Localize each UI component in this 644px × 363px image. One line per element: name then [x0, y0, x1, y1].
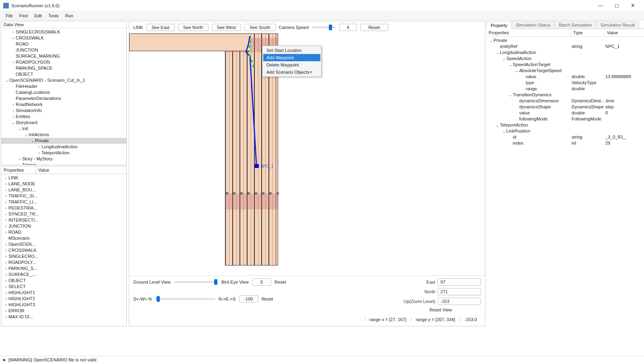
- twisty-icon[interactable]: ›: [4, 199, 8, 205]
- twisty-icon[interactable]: ›: [11, 108, 16, 114]
- scene-canvas[interactable]: NPC_1 Set Start Location Add Waypoint De…: [129, 33, 485, 276]
- twisty-icon[interactable]: ›: [4, 241, 8, 247]
- tree-item[interactable]: ›SimulatorInfo: [1, 108, 126, 114]
- tab-property[interactable]: Property: [486, 21, 512, 29]
- tree-item[interactable]: ›CROSSWALK: [1, 35, 126, 41]
- tree-item[interactable]: ›PEDESTRIA...: [1, 205, 126, 211]
- tree-item[interactable]: ›ROADPOLY...: [1, 259, 126, 266]
- property-row[interactable]: followingModeFollowingMode: [486, 116, 644, 122]
- see-east-button[interactable]: See East: [146, 24, 175, 31]
- view-reset-1[interactable]: Reset: [275, 280, 286, 284]
- twisty-icon[interactable]: ⌄: [502, 128, 506, 134]
- tree-item[interactable]: ⌄Private: [1, 138, 126, 144]
- property-row[interactable]: ⌄SpeedAction: [486, 56, 644, 62]
- properties-tree[interactable]: ›LINK›LANE_NODE›LANE_BOU...›TRAFFIC_SI..…: [1, 174, 126, 326]
- twisty-icon[interactable]: ›: [4, 302, 8, 308]
- minimize-button[interactable]: —: [592, 1, 609, 10]
- twisty-icon[interactable]: ›: [4, 247, 8, 253]
- tree-item[interactable]: ›Entities: [1, 114, 126, 120]
- tree-item[interactable]: ›ROAD: [1, 229, 126, 235]
- tab-sim-result[interactable]: Simulation Result: [596, 21, 640, 29]
- twisty-icon[interactable]: ⌄: [508, 62, 513, 68]
- twisty-icon[interactable]: ⌄: [24, 132, 29, 138]
- ctx-add-scenario-objects[interactable]: Add Scenario Objects▸: [263, 68, 320, 76]
- twisty-icon[interactable]: ›: [37, 144, 41, 150]
- tree-item[interactable]: PARKING_SPACE: [1, 65, 126, 71]
- menu-tools[interactable]: Tools: [45, 12, 62, 19]
- tree-item[interactable]: ›OpenSCEN...: [1, 241, 126, 247]
- property-row[interactable]: idstring_3_0_R1_: [486, 134, 644, 140]
- view-reset-2[interactable]: Reset: [262, 297, 273, 301]
- twisty-icon[interactable]: ⌄: [502, 56, 506, 62]
- data-view-tree[interactable]: ›SINGLECROSSWALK›CROSSWALKROADJUNCTIONSU…: [1, 28, 126, 165]
- twisty-icon[interactable]: ›: [4, 175, 8, 181]
- twisty-icon[interactable]: ›: [4, 181, 8, 187]
- property-row[interactable]: indexint29: [486, 140, 644, 146]
- reset-view-button[interactable]: Reset View: [400, 307, 481, 312]
- tree-item[interactable]: ›TRAFFIC_LI...: [1, 199, 126, 205]
- heading-value[interactable]: -180: [239, 295, 258, 303]
- tree-item[interactable]: ›ERROR: [1, 308, 126, 314]
- twisty-icon[interactable]: ›: [11, 102, 16, 108]
- camera-reset-button[interactable]: Reset: [360, 24, 388, 31]
- twisty-icon[interactable]: ›: [11, 29, 16, 35]
- twisty-icon[interactable]: ›: [4, 296, 8, 302]
- tree-item[interactable]: ›Story - MyStory: [1, 156, 126, 162]
- property-row[interactable]: dynamicsDimensionDynamicsDime...time: [486, 98, 644, 104]
- ctx-delete-waypoint[interactable]: Delete Waypoint: [263, 61, 320, 68]
- tab-batch-sim[interactable]: Batch Simulation: [554, 21, 597, 29]
- twisty-icon[interactable]: ›: [4, 290, 8, 296]
- tree-item[interactable]: OBJECT: [1, 71, 126, 77]
- east-input[interactable]: 97: [438, 278, 481, 286]
- property-row[interactable]: ⌄TeleportAction: [486, 122, 644, 128]
- twisty-icon[interactable]: ›: [4, 253, 8, 259]
- see-north-button[interactable]: See North: [178, 24, 208, 31]
- tree-item[interactable]: ⌄OpenSCENARIO - Scenario_Cut_In_1: [1, 77, 126, 83]
- tree-item[interactable]: SURFACE_MARKING: [1, 53, 126, 59]
- twisty-icon[interactable]: ›: [4, 266, 8, 272]
- twisty-icon[interactable]: ⌄: [489, 37, 493, 44]
- tree-item[interactable]: ›HIGHLIGHT2: [1, 296, 126, 302]
- twisty-icon[interactable]: ›: [4, 187, 8, 193]
- tab-sim-status[interactable]: Simulation Status: [512, 21, 555, 29]
- tree-item[interactable]: ›HIGHLIGHT3: [1, 302, 126, 308]
- twisty-icon[interactable]: ›: [11, 114, 16, 120]
- zoom-input[interactable]: -153: [438, 298, 481, 305]
- twisty-icon[interactable]: ›: [37, 150, 41, 156]
- twisty-icon[interactable]: ⌄: [495, 122, 500, 128]
- ctx-set-start[interactable]: Set Start Location: [263, 47, 320, 54]
- tree-item[interactable]: ›OBJECT: [1, 278, 126, 284]
- twisty-icon[interactable]: ⌄: [4, 77, 9, 83]
- tree-item[interactable]: Trigger: [1, 162, 126, 165]
- tree-item[interactable]: FileHeader: [1, 83, 126, 89]
- tree-item[interactable]: ›SELECT: [1, 284, 126, 290]
- maximize-button[interactable]: ◻: [609, 1, 625, 10]
- tree-item[interactable]: ›RoadNetwork: [1, 102, 126, 108]
- property-row[interactable]: ⌄LinkPosition: [486, 128, 644, 134]
- bird-eye-value[interactable]: 0: [252, 278, 271, 286]
- twisty-icon[interactable]: ⌄: [495, 50, 500, 56]
- twisty-icon[interactable]: ⌄: [11, 120, 16, 126]
- twisty-icon[interactable]: ⌄: [17, 126, 22, 132]
- tree-item[interactable]: ›LANE_BOU...: [1, 187, 126, 193]
- tree-item[interactable]: ⌄InitActions: [1, 132, 126, 138]
- heading-slider[interactable]: [155, 298, 215, 300]
- prop-value[interactable]: time: [605, 98, 644, 104]
- ctx-add-waypoint[interactable]: Add Waypoint: [263, 54, 320, 61]
- twisty-icon[interactable]: ⌄: [508, 92, 513, 98]
- north-input[interactable]: 271: [438, 288, 481, 295]
- menu-file[interactable]: File: [2, 12, 16, 19]
- tree-item[interactable]: ›PARKING_S...: [1, 266, 126, 272]
- camera-speed-slider[interactable]: [312, 27, 336, 28]
- twisty-icon[interactable]: ›: [4, 217, 8, 223]
- property-row[interactable]: valuedouble13.88888889: [486, 74, 644, 80]
- tree-item[interactable]: ⌄Storyboard: [1, 120, 126, 126]
- prop-value[interactable]: step: [605, 104, 644, 110]
- twisty-icon[interactable]: ›: [4, 259, 8, 266]
- tree-item[interactable]: ›CROSSWALK: [1, 247, 126, 253]
- property-row[interactable]: typeVelocityType: [486, 80, 644, 86]
- tree-item[interactable]: ›INTERSECTI...: [1, 217, 126, 223]
- twisty-icon[interactable]: ›: [4, 223, 8, 229]
- property-row[interactable]: rangedouble: [486, 86, 644, 92]
- property-row[interactable]: ⌄LongitudinalAction: [486, 50, 644, 56]
